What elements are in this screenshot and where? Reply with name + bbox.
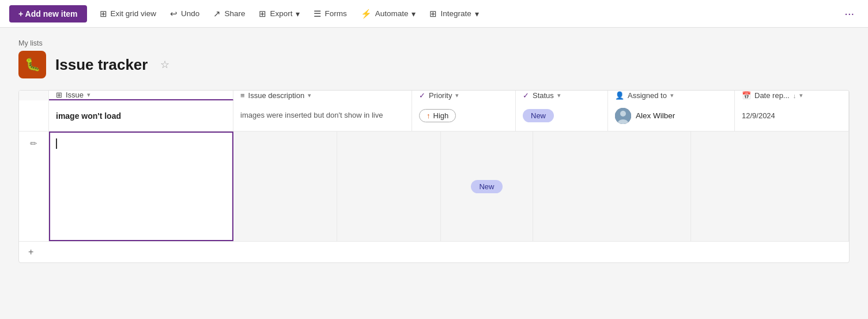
date-col-chevron-icon: ▾ [799, 92, 803, 99]
automate-button[interactable]: ⚡ Automate ▾ [355, 5, 422, 22]
col-header-assigned[interactable]: 👤 Assigned to ▾ [608, 91, 735, 100]
assigned-col-icon: 👤 [615, 91, 624, 100]
new-issue-input[interactable] [49, 132, 233, 241]
avatar-svg [615, 108, 631, 124]
col-header-priority[interactable]: ✓ Priority ▾ [412, 91, 516, 100]
cell-status[interactable]: New [516, 100, 608, 131]
add-row-button[interactable]: + [19, 242, 849, 262]
date-col-icon: 📅 [742, 91, 751, 100]
priority-arrow-icon: ↑ [427, 111, 431, 120]
col-header-status[interactable]: ✓ Status ▾ [516, 91, 608, 100]
export-chevron-icon: ▾ [296, 9, 300, 18]
new-row-priority-cell [337, 132, 441, 241]
more-options-button[interactable]: ··· [840, 5, 859, 22]
automate-chevron-icon: ▾ [412, 9, 416, 18]
toolbar: + Add new item ⊞ Exit grid view ↩ Undo ↗… [0, 0, 868, 28]
desc-col-icon: ≡ [240, 91, 245, 100]
priority-badge: ↑ High [419, 109, 456, 122]
grid-icon: ⊞ [100, 9, 107, 19]
bug-icon: 🐛 [25, 57, 40, 72]
new-row-status-cell: New [441, 132, 533, 241]
status-badge: New [523, 109, 554, 122]
share-button[interactable]: ↗ Share [207, 5, 251, 22]
plus-icon: + [28, 247, 33, 257]
new-row-desc-cell [233, 132, 337, 241]
issue-grid: ⊞ Issue ▾ ≡ Issue description ▾ ✓ Priori… [18, 90, 850, 263]
add-new-button[interactable]: + Add new item [9, 5, 87, 22]
automate-icon: ⚡ [361, 9, 372, 19]
table-row: image won't load images were inserted bu… [19, 100, 849, 132]
new-row-gutter: ✏ [19, 132, 49, 241]
page-title: Issue tracker [55, 56, 148, 74]
page-content: My lists 🐛 Issue tracker ☆ ⊞ Issue ▾ ≡ I… [0, 28, 868, 263]
desc-col-chevron-icon: ▾ [308, 92, 311, 99]
header-gutter [19, 91, 49, 100]
new-row-empty-cells: New [233, 132, 849, 241]
row-gutter [19, 100, 49, 131]
undo-button[interactable]: ↩ Undo [164, 5, 205, 22]
undo-icon: ↩ [170, 9, 178, 19]
cell-issue[interactable]: image won't load [49, 100, 233, 131]
more-icon: ··· [844, 7, 854, 20]
status-col-icon: ✓ [523, 91, 529, 100]
col-header-description[interactable]: ≡ Issue description ▾ [233, 91, 412, 100]
svg-point-1 [620, 111, 626, 117]
forms-button[interactable]: ☰ Forms [308, 5, 352, 22]
grid-header-row: ⊞ Issue ▾ ≡ Issue description ▾ ✓ Priori… [19, 91, 849, 100]
new-row-status-badge: New [471, 180, 502, 193]
header-columns: ⊞ Issue ▾ ≡ Issue description ▾ ✓ Priori… [49, 91, 849, 100]
share-icon: ↗ [213, 9, 221, 19]
breadcrumb: My lists [18, 39, 850, 47]
add-new-label: + Add new item [18, 9, 78, 18]
export-button[interactable]: ⊞ Export ▾ [253, 5, 305, 22]
page-header: 🐛 Issue tracker ☆ [18, 51, 850, 78]
page-icon: 🐛 [18, 51, 46, 78]
cell-date[interactable]: 12/9/2024 [735, 100, 849, 131]
new-row-container: ✏ New [19, 132, 849, 242]
export-icon: ⊞ [259, 9, 266, 19]
integrate-button[interactable]: ⊞ Integrate ▾ [424, 5, 484, 22]
cell-priority[interactable]: ↑ High [412, 100, 516, 131]
assigned-col-chevron-icon: ▾ [670, 92, 674, 99]
forms-icon: ☰ [314, 9, 321, 19]
cell-assigned[interactable]: Alex Wilber [608, 100, 735, 131]
avatar-image [615, 108, 631, 124]
col-header-date[interactable]: 📅 Date rep... ↓ ▾ [735, 91, 849, 100]
col-header-issue[interactable]: ⊞ Issue ▾ [49, 91, 233, 100]
text-cursor [56, 138, 57, 149]
integrate-icon: ⊞ [429, 9, 437, 19]
cell-description[interactable]: images were inserted but don't show in l… [233, 100, 412, 131]
priority-col-chevron-icon: ▾ [455, 92, 459, 99]
integrate-chevron-icon: ▾ [475, 9, 479, 18]
assigned-cell: Alex Wilber [615, 108, 675, 124]
favorite-star-icon[interactable]: ☆ [160, 58, 169, 71]
new-row-date-cell [691, 132, 849, 241]
status-col-chevron-icon: ▾ [557, 92, 561, 99]
avatar [615, 108, 631, 124]
issue-col-chevron-icon: ▾ [87, 91, 90, 99]
issue-col-icon: ⊞ [56, 91, 62, 99]
date-sort-icon: ↓ [793, 92, 797, 99]
exit-grid-button[interactable]: ⊞ Exit grid view [94, 5, 163, 22]
edit-icon: ✏ [30, 138, 37, 149]
new-row-assigned-cell [533, 132, 691, 241]
priority-col-icon: ✓ [419, 91, 425, 100]
